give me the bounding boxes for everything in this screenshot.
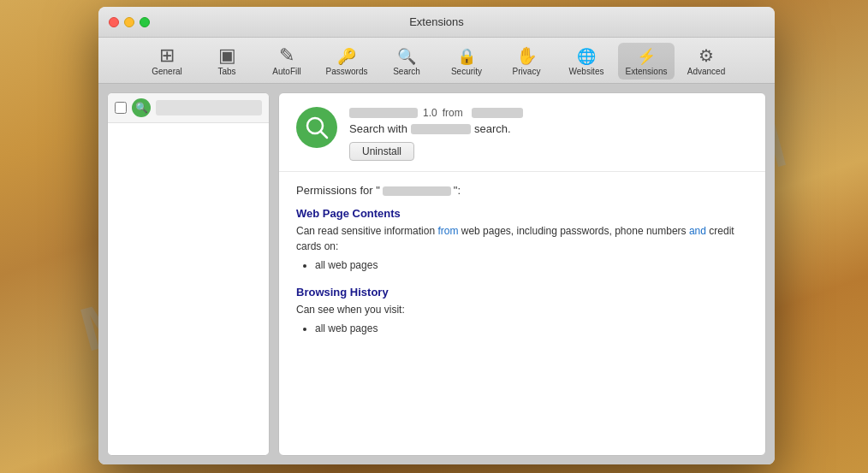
toolbar: General Tabs AutoFill Passwords Search S…: [98, 38, 775, 84]
close-button[interactable]: [109, 17, 119, 27]
list-item: all web pages: [315, 257, 748, 274]
toolbar-item-advanced[interactable]: Advanced: [678, 43, 734, 80]
toolbar-item-privacy[interactable]: Privacy: [498, 43, 555, 80]
toolbar-label-autofill: AutoFill: [272, 67, 300, 76]
title-bar: Extensions: [98, 7, 775, 38]
extension-version: 1.0: [423, 107, 437, 119]
sidebar-header: 🔍: [108, 93, 269, 123]
permission-history-desc: Can see when you visit:: [296, 302, 748, 317]
select-all-checkbox[interactable]: [115, 102, 127, 114]
permissions-name-bar: [383, 186, 451, 196]
toolbar-item-passwords[interactable]: Passwords: [318, 43, 375, 80]
tabs-icon: [218, 46, 236, 65]
permissions-for-suffix: ":: [454, 184, 461, 197]
extension-search-row: Search with search.: [349, 122, 748, 135]
extension-search-name-bar: [411, 124, 471, 134]
permission-web-desc: Can read sensitive information from web …: [296, 223, 748, 254]
permission-history-list: all web pages: [315, 321, 748, 337]
extensions-sidebar: 🔍: [107, 92, 270, 456]
toolbar-item-tabs[interactable]: Tabs: [199, 43, 255, 80]
minimize-button[interactable]: [124, 17, 134, 27]
permission-history-title: Browsing History: [296, 286, 748, 299]
extension-name-placeholder: [349, 108, 418, 118]
traffic-lights: [109, 17, 150, 27]
privacy-icon: [516, 46, 538, 65]
permission-web-title: Web Page Contents: [296, 207, 748, 220]
toolbar-label-privacy: Privacy: [513, 67, 541, 76]
toolbar-label-search: Search: [393, 67, 420, 76]
search-icon: [397, 46, 416, 65]
permissions-for-prefix: Permissions for ": [296, 184, 380, 197]
toolbar-item-search[interactable]: Search: [378, 43, 435, 80]
toolbar-label-general: General: [152, 67, 182, 76]
search-suffix: search.: [474, 122, 511, 135]
toolbar-label-security: Security: [451, 67, 482, 76]
permission-web-page-contents: Web Page Contents Can read sensitive inf…: [296, 207, 748, 274]
toolbar-item-general[interactable]: General: [139, 43, 195, 80]
window-title: Extensions: [409, 15, 464, 28]
safari-preferences-window: Extensions General Tabs AutoFill Passwor…: [98, 7, 775, 464]
websites-icon: [577, 46, 596, 65]
toolbar-label-tabs: Tabs: [217, 67, 235, 76]
list-item: all web pages: [315, 321, 748, 337]
extension-from-word: from: [443, 107, 463, 119]
extension-name-bar: [156, 100, 262, 115]
toolbar-item-autofill[interactable]: AutoFill: [259, 43, 315, 80]
uninstall-button[interactable]: Uninstall: [349, 142, 414, 161]
extension-icon: [296, 107, 337, 148]
highlight-and: and: [689, 225, 706, 237]
toolbar-label-websites: Websites: [569, 67, 604, 76]
security-icon: [457, 46, 476, 65]
passwords-icon: [337, 46, 356, 65]
svg-line-1: [321, 132, 327, 138]
toolbar-item-extensions[interactable]: Extensions: [618, 43, 675, 80]
permissions-title: Permissions for "":: [296, 184, 748, 197]
toolbar-item-websites[interactable]: Websites: [558, 43, 615, 80]
toolbar-label-passwords: Passwords: [326, 67, 368, 76]
extension-from-placeholder: [472, 108, 523, 118]
permission-browsing-history: Browsing History Can see when you visit:…: [296, 286, 748, 337]
content-area: 🔍 1.0 from: [98, 84, 775, 464]
advanced-icon: [699, 46, 714, 65]
extensions-list: [108, 123, 269, 455]
search-with-prefix: Search with: [349, 122, 407, 135]
maximize-button[interactable]: [140, 17, 150, 27]
extension-name-row: 1.0 from: [349, 107, 748, 119]
general-icon: [159, 46, 175, 65]
autofill-icon: [279, 46, 294, 65]
extension-detail-panel: 1.0 from Search with search. Uninstall P…: [278, 92, 766, 456]
highlight-from: from: [437, 225, 458, 237]
toolbar-item-security[interactable]: Security: [438, 43, 495, 80]
extension-header: 1.0 from Search with search. Uninstall: [279, 93, 765, 172]
extensions-icon: [637, 46, 656, 65]
toolbar-label-extensions: Extensions: [626, 67, 668, 76]
extension-search-icon: 🔍: [132, 98, 151, 117]
permission-web-list: all web pages: [315, 257, 748, 274]
toolbar-label-advanced: Advanced: [687, 67, 725, 76]
extension-info: 1.0 from Search with search. Uninstall: [349, 107, 748, 161]
permissions-section: Permissions for "": Web Page Contents Ca…: [279, 172, 765, 455]
